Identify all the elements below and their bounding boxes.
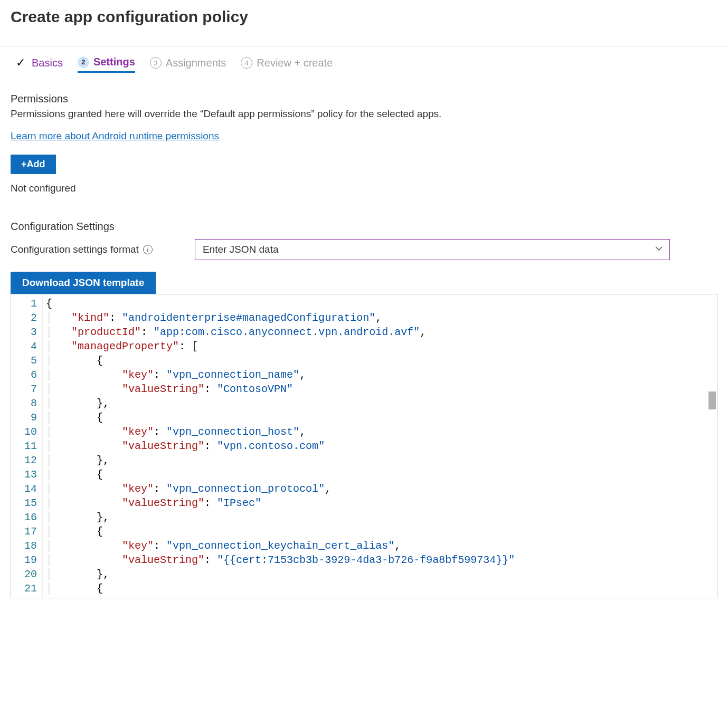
line-number: 9: [14, 410, 37, 425]
editor-gutter: 123456789101112131415161718192021: [11, 294, 43, 598]
code-line[interactable]: │ "valueString": "vpn.contoso.com": [46, 439, 713, 453]
code-line[interactable]: │ },: [46, 396, 713, 410]
line-number: 3: [14, 325, 37, 339]
code-line[interactable]: │ {: [46, 410, 713, 425]
code-line[interactable]: │ },: [46, 510, 713, 524]
line-number: 1: [14, 297, 37, 311]
step-assignments[interactable]: 3 Assignments: [150, 57, 226, 72]
code-line[interactable]: │ "kind": "androidenterprise#managedConf…: [46, 311, 713, 325]
permissions-status: Not configured: [11, 183, 717, 194]
add-button[interactable]: +Add: [11, 155, 56, 174]
line-number: 12: [14, 453, 37, 467]
code-line[interactable]: │ "valueString": "IPsec": [46, 496, 713, 510]
download-json-template-button[interactable]: Download JSON template: [11, 272, 156, 294]
line-number: 20: [14, 567, 37, 581]
line-number: 8: [14, 396, 37, 410]
step-number: 2: [78, 56, 89, 68]
line-number: 2: [14, 311, 37, 325]
code-line[interactable]: │ "valueString": "ContosoVPN": [46, 382, 713, 396]
step-label: Settings: [93, 56, 135, 68]
code-line[interactable]: {: [46, 297, 713, 311]
line-number: 18: [14, 539, 37, 553]
step-label: Basics: [32, 57, 63, 69]
line-number: 19: [14, 553, 37, 567]
step-number: 4: [241, 57, 252, 69]
code-line[interactable]: │ {: [46, 467, 713, 482]
code-line[interactable]: │ "managedProperty": [: [46, 339, 713, 353]
step-label: Review + create: [257, 57, 333, 69]
json-editor[interactable]: 123456789101112131415161718192021 {│ "ki…: [11, 294, 717, 598]
page-title: Create app configuration policy: [11, 0, 717, 35]
info-icon[interactable]: i: [143, 245, 153, 254]
editor-code[interactable]: {│ "kind": "androidenterprise#managedCon…: [43, 294, 717, 598]
line-number: 14: [14, 482, 37, 496]
step-settings[interactable]: 2 Settings: [78, 56, 135, 73]
line-number: 6: [14, 368, 37, 382]
step-label: Assignments: [166, 57, 226, 69]
line-number: 7: [14, 382, 37, 396]
learn-more-link[interactable]: Learn more about Android runtime permiss…: [11, 130, 219, 142]
line-number: 5: [14, 353, 37, 368]
config-format-select[interactable]: Enter JSON data: [195, 239, 670, 260]
code-line[interactable]: │ "key": "vpn_connection_name",: [46, 368, 713, 382]
line-number: 21: [14, 581, 37, 596]
line-number: 4: [14, 339, 37, 353]
code-line[interactable]: │ {: [46, 581, 713, 596]
code-line[interactable]: │ "key": "vpn_connection_host",: [46, 425, 713, 439]
step-number: 3: [150, 57, 162, 69]
wizard-steps: ✓ Basics 2 Settings 3 Assignments 4 Revi…: [11, 46, 717, 77]
line-number: 17: [14, 524, 37, 539]
code-line[interactable]: │ {: [46, 524, 713, 539]
permissions-heading: Permissions: [11, 77, 717, 108]
line-number: 10: [14, 425, 37, 439]
code-line[interactable]: │ },: [46, 567, 713, 581]
code-line[interactable]: │ "key": "vpn_connection_protocol",: [46, 482, 713, 496]
permissions-description: Permissions granted here will override t…: [11, 108, 717, 130]
config-format-row: Configuration settings format i Enter JS…: [11, 239, 717, 260]
line-number: 13: [14, 467, 37, 482]
line-number: 16: [14, 510, 37, 524]
scrollbar-thumb[interactable]: [708, 391, 716, 409]
code-line[interactable]: │ "productId": "app:com.cisco.anyconnect…: [46, 325, 713, 339]
config-settings-heading: Configuration Settings: [11, 199, 717, 236]
config-format-value[interactable]: Enter JSON data: [195, 239, 670, 260]
step-review-create[interactable]: 4 Review + create: [241, 57, 333, 72]
code-line[interactable]: │ "key": "vpn_connection_keychain_cert_a…: [46, 539, 713, 553]
code-line[interactable]: │ },: [46, 453, 713, 467]
code-line[interactable]: │ {: [46, 353, 713, 368]
line-number: 11: [14, 439, 37, 453]
check-icon: ✓: [16, 56, 25, 70]
step-basics[interactable]: ✓ Basics: [16, 56, 63, 73]
line-number: 15: [14, 496, 37, 510]
config-format-label: Configuration settings format: [11, 244, 139, 255]
code-line[interactable]: │ "valueString": "{{cert:7153cb3b-3929-4…: [46, 553, 713, 567]
